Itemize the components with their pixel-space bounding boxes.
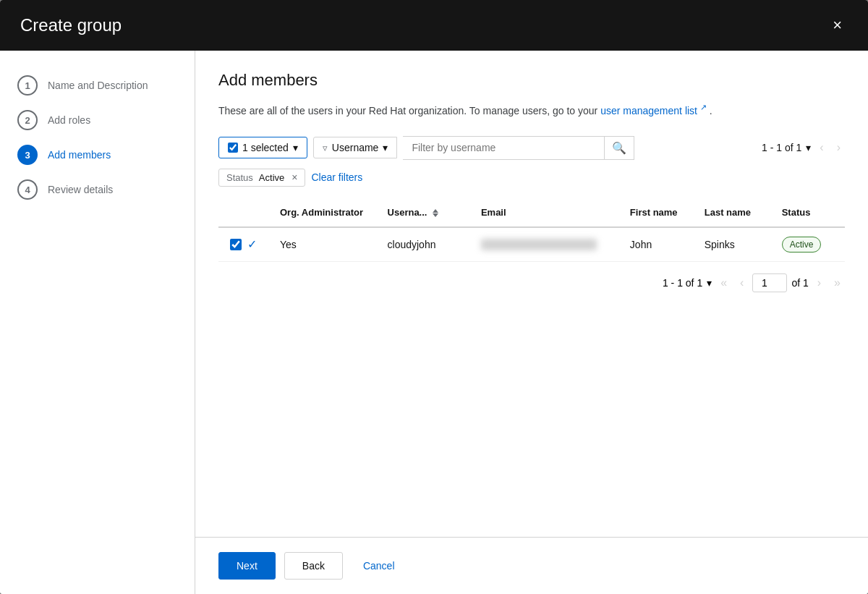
table-header-row: Org. Administrator Userna... [218,198,845,227]
modal-header: Create group × [0,0,868,51]
step-1-number: 1 [17,75,38,96]
th-firstname: First name [618,198,693,227]
description-text-start: These are all of the users in your Red H… [218,105,600,116]
description-text-end: . [710,105,712,116]
next-page-button[interactable]: › [813,275,825,291]
th-status-label: Status [782,207,811,218]
create-group-modal: Create group × 1 Name and Description 2 … [0,0,868,594]
row-org-admin: Yes [268,227,376,262]
modal-body: 1 Name and Description 2 Add roles 3 Add… [0,51,868,594]
content-main: Add members These are all of the users i… [195,51,868,537]
page-number-input[interactable] [752,273,787,292]
user-management-link[interactable]: user management list ↗ [600,105,710,116]
selected-dropdown-chevron-icon: ▾ [293,142,298,153]
last-page-button[interactable]: » [830,275,845,291]
table-row: ✓ Yes cloudyjohn John Spink [218,227,845,262]
sidebar: 1 Name and Description 2 Add roles 3 Add… [0,51,195,594]
selected-dropdown[interactable]: 1 selected ▾ [218,137,307,158]
th-org-admin: Org. Administrator [268,198,376,227]
back-button[interactable]: Back [284,552,343,580]
step-4-number: 4 [17,179,38,200]
pagination-range-top: 1 - 1 of 1 [762,142,801,153]
row-checkbox-cell: ✓ [218,227,268,262]
select-all-checkbox[interactable] [228,143,238,153]
modal-title: Create group [20,15,122,35]
row-username: cloudyjohn [376,227,469,262]
th-checkbox [218,198,268,227]
chip-status-value: Active [259,172,284,183]
th-status: Status [770,198,845,227]
next-page-button-top[interactable]: › [833,140,845,156]
sort-icon-username [433,209,438,217]
th-email: Email [469,198,618,227]
bottom-of-total: of 1 [791,277,808,289]
row-firstname: John [618,227,693,262]
search-button[interactable]: 🔍 [604,137,634,159]
filter-icon: ▿ [323,143,328,153]
close-button[interactable]: × [827,14,848,36]
main-content: Add members These are all of the users i… [195,51,868,594]
row-checkbox-wrap: ✓ [230,237,257,251]
chip-remove-button[interactable]: × [287,172,297,182]
first-page-button[interactable]: « [716,275,731,291]
step-3-label: Add members [48,149,111,161]
external-link-icon: ↗ [700,103,707,111]
filter-chips: Status Active × Clear filters [218,169,845,187]
chip-status-label: Status [226,172,253,183]
step-2-number: 2 [17,110,38,130]
section-title: Add members [218,71,845,90]
filter-type-label: Username [332,142,379,153]
clear-filters-button[interactable]: Clear filters [311,171,362,183]
row-email [469,227,618,262]
step-4-review-details[interactable]: 4 Review details [0,172,195,207]
th-lastname-label: Last name [705,207,751,218]
status-chip-group: Status Active × [218,169,305,187]
step-1-label: Name and Description [48,80,148,91]
status-badge: Active [782,237,822,253]
filter-input-wrap: 🔍 [403,136,634,160]
bottom-pagination-chevron-icon: ▾ [707,277,712,289]
th-username-label: Userna... [388,207,427,218]
th-firstname-label: First name [630,207,678,218]
description: These are all of the users in your Red H… [218,101,845,119]
bottom-pagination: 1 - 1 of 1 ▾ « ‹ of 1 › » [218,262,845,304]
row-email-blurred [481,239,597,250]
bottom-pagination-range: 1 - 1 of 1 [663,277,702,289]
step-2-label: Add roles [48,114,90,126]
th-email-label: Email [481,207,506,218]
step-3-add-members[interactable]: 3 Add members [0,137,195,172]
row-check-icon: ✓ [247,237,257,251]
th-lastname: Last name [693,198,770,227]
step-3-number: 3 [17,145,38,165]
prev-page-button[interactable]: ‹ [736,275,748,291]
filter-type-dropdown[interactable]: ▿ Username ▾ [313,137,398,158]
step-1-name-description[interactable]: 1 Name and Description [0,68,195,103]
toolbar: 1 selected ▾ ▿ Username ▾ 🔍 [218,136,845,160]
step-2-add-roles[interactable]: 2 Add roles [0,103,195,137]
th-org-admin-label: Org. Administrator [280,207,363,218]
row-checkbox[interactable] [230,239,242,250]
step-4-label: Review details [48,184,113,195]
top-pagination: 1 - 1 of 1 ▾ ‹ › [762,140,845,156]
row-status: Active [770,227,845,262]
th-username[interactable]: Userna... [376,198,469,227]
row-lastname: Spinks [693,227,770,262]
next-button[interactable]: Next [218,552,276,580]
prev-page-button-top[interactable]: ‹ [815,140,827,156]
filter-input[interactable] [403,137,604,158]
selected-count: 1 selected [242,142,289,153]
filter-dropdown-chevron-icon: ▾ [383,142,388,153]
members-table: Org. Administrator Userna... [218,198,845,262]
pagination-dropdown-chevron-icon: ▾ [806,142,811,153]
modal-footer: Next Back Cancel [195,537,868,594]
cancel-button[interactable]: Cancel [352,553,407,579]
